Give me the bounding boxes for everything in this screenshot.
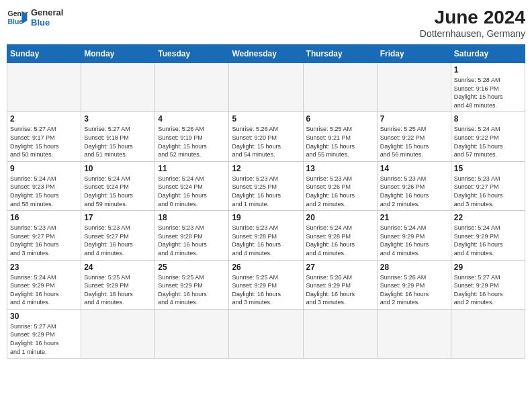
weekday-header-saturday: Saturday: [451, 45, 525, 63]
day-info: Sunrise: 5:23 AM Sunset: 9:28 PM Dayligh…: [158, 224, 226, 257]
weekday-header-thursday: Thursday: [303, 45, 377, 63]
calendar-cell: 28Sunrise: 5:26 AM Sunset: 9:29 PM Dayli…: [377, 260, 451, 309]
day-info: Sunrise: 5:24 AM Sunset: 9:29 PM Dayligh…: [454, 224, 522, 257]
calendar-cell: [303, 309, 377, 358]
calendar-cell: 23Sunrise: 5:24 AM Sunset: 9:29 PM Dayli…: [7, 260, 81, 309]
calendar-cell: 1Sunrise: 5:28 AM Sunset: 9:16 PM Daylig…: [451, 63, 525, 112]
day-number: 29: [454, 263, 522, 272]
calendar-cell: [377, 63, 451, 112]
calendar-cell: 21Sunrise: 5:24 AM Sunset: 9:29 PM Dayli…: [377, 211, 451, 260]
day-number: 24: [84, 263, 152, 272]
logo-icon: General Blue: [7, 7, 28, 28]
calendar-week-row: 1Sunrise: 5:28 AM Sunset: 9:16 PM Daylig…: [7, 63, 525, 112]
weekday-header-tuesday: Tuesday: [155, 45, 229, 63]
calendar-cell: 27Sunrise: 5:26 AM Sunset: 9:29 PM Dayli…: [303, 260, 377, 309]
day-info: Sunrise: 5:25 AM Sunset: 9:21 PM Dayligh…: [306, 125, 374, 158]
calendar-cell: 2Sunrise: 5:27 AM Sunset: 9:17 PM Daylig…: [7, 112, 81, 161]
calendar-cell: 13Sunrise: 5:23 AM Sunset: 9:26 PM Dayli…: [303, 161, 377, 210]
logo-general-text: General: [31, 7, 63, 17]
calendar-cell: 22Sunrise: 5:24 AM Sunset: 9:29 PM Dayli…: [451, 211, 525, 260]
calendar-cell: 7Sunrise: 5:25 AM Sunset: 9:22 PM Daylig…: [377, 112, 451, 161]
calendar-cell: 19Sunrise: 5:23 AM Sunset: 9:28 PM Dayli…: [229, 211, 303, 260]
day-info: Sunrise: 5:24 AM Sunset: 9:22 PM Dayligh…: [454, 125, 522, 158]
calendar-cell: 26Sunrise: 5:25 AM Sunset: 9:29 PM Dayli…: [229, 260, 303, 309]
calendar-cell: 8Sunrise: 5:24 AM Sunset: 9:22 PM Daylig…: [451, 112, 525, 161]
day-number: 28: [380, 263, 448, 272]
day-info: Sunrise: 5:23 AM Sunset: 9:26 PM Dayligh…: [380, 175, 448, 208]
day-info: Sunrise: 5:24 AM Sunset: 9:24 PM Dayligh…: [84, 175, 152, 208]
day-number: 8: [454, 114, 522, 124]
calendar-cell: 4Sunrise: 5:26 AM Sunset: 9:19 PM Daylig…: [155, 112, 229, 161]
day-number: 27: [306, 263, 374, 272]
calendar-cell: [377, 309, 451, 358]
day-number: 23: [10, 263, 78, 272]
day-number: 12: [232, 164, 300, 173]
calendar-week-row: 16Sunrise: 5:23 AM Sunset: 9:27 PM Dayli…: [7, 211, 525, 260]
day-number: 14: [380, 164, 448, 173]
calendar-cell: 29Sunrise: 5:27 AM Sunset: 9:29 PM Dayli…: [451, 260, 525, 309]
day-number: 2: [10, 114, 78, 124]
calendar-cell: 6Sunrise: 5:25 AM Sunset: 9:21 PM Daylig…: [303, 112, 377, 161]
calendar-cell: [155, 63, 229, 112]
day-info: Sunrise: 5:25 AM Sunset: 9:22 PM Dayligh…: [380, 125, 448, 158]
calendar-cell: [229, 63, 303, 112]
day-number: 21: [380, 213, 448, 222]
day-info: Sunrise: 5:25 AM Sunset: 9:29 PM Dayligh…: [232, 273, 300, 307]
calendar-cell: [451, 309, 525, 358]
calendar-cell: 18Sunrise: 5:23 AM Sunset: 9:28 PM Dayli…: [155, 211, 229, 260]
weekday-header-sunday: Sunday: [7, 45, 81, 63]
day-number: 4: [158, 114, 226, 124]
day-number: 6: [306, 114, 374, 124]
day-info: Sunrise: 5:27 AM Sunset: 9:29 PM Dayligh…: [454, 273, 522, 307]
weekday-header-wednesday: Wednesday: [229, 45, 303, 63]
logo: General Blue General Blue: [7, 7, 63, 28]
day-info: Sunrise: 5:27 AM Sunset: 9:29 PM Dayligh…: [10, 322, 78, 356]
day-info: Sunrise: 5:23 AM Sunset: 9:28 PM Dayligh…: [232, 224, 300, 257]
calendar-cell: 24Sunrise: 5:25 AM Sunset: 9:29 PM Dayli…: [81, 260, 155, 309]
calendar-cell: [81, 63, 155, 112]
calendar-cell: 10Sunrise: 5:24 AM Sunset: 9:24 PM Dayli…: [81, 161, 155, 210]
month-year-title: June 2024: [420, 7, 525, 28]
day-info: Sunrise: 5:26 AM Sunset: 9:20 PM Dayligh…: [232, 125, 300, 158]
calendar-cell: [303, 63, 377, 112]
day-info: Sunrise: 5:26 AM Sunset: 9:19 PM Dayligh…: [158, 125, 226, 158]
day-info: Sunrise: 5:23 AM Sunset: 9:27 PM Dayligh…: [84, 224, 152, 257]
day-number: 30: [10, 312, 78, 321]
calendar-table: SundayMondayTuesdayWednesdayThursdayFrid…: [7, 44, 525, 359]
day-info: Sunrise: 5:25 AM Sunset: 9:29 PM Dayligh…: [158, 273, 226, 307]
calendar-cell: 30Sunrise: 5:27 AM Sunset: 9:29 PM Dayli…: [7, 309, 81, 358]
day-info: Sunrise: 5:24 AM Sunset: 9:24 PM Dayligh…: [158, 175, 226, 208]
calendar-cell: [81, 309, 155, 358]
day-number: 3: [84, 114, 152, 124]
day-number: 16: [10, 213, 78, 222]
day-number: 10: [84, 164, 152, 173]
calendar-cell: 20Sunrise: 5:24 AM Sunset: 9:28 PM Dayli…: [303, 211, 377, 260]
calendar-cell: [155, 309, 229, 358]
day-number: 25: [158, 263, 226, 272]
day-number: 17: [84, 213, 152, 222]
calendar-cell: 14Sunrise: 5:23 AM Sunset: 9:26 PM Dayli…: [377, 161, 451, 210]
weekday-header-monday: Monday: [81, 45, 155, 63]
calendar-week-row: 2Sunrise: 5:27 AM Sunset: 9:17 PM Daylig…: [7, 112, 525, 161]
day-info: Sunrise: 5:23 AM Sunset: 9:27 PM Dayligh…: [10, 224, 78, 257]
calendar-cell: [7, 63, 81, 112]
day-info: Sunrise: 5:24 AM Sunset: 9:23 PM Dayligh…: [10, 175, 78, 208]
calendar-cell: 11Sunrise: 5:24 AM Sunset: 9:24 PM Dayli…: [155, 161, 229, 210]
day-number: 18: [158, 213, 226, 222]
day-number: 11: [158, 164, 226, 173]
day-info: Sunrise: 5:27 AM Sunset: 9:17 PM Dayligh…: [10, 125, 78, 158]
svg-text:Blue: Blue: [8, 18, 24, 26]
calendar-cell: 9Sunrise: 5:24 AM Sunset: 9:23 PM Daylig…: [7, 161, 81, 210]
day-number: 20: [306, 213, 374, 222]
day-info: Sunrise: 5:26 AM Sunset: 9:29 PM Dayligh…: [380, 273, 448, 307]
title-area: June 2024 Dotternhausen, Germany: [420, 7, 525, 39]
day-info: Sunrise: 5:23 AM Sunset: 9:25 PM Dayligh…: [232, 175, 300, 208]
day-info: Sunrise: 5:23 AM Sunset: 9:27 PM Dayligh…: [454, 175, 522, 208]
day-info: Sunrise: 5:28 AM Sunset: 9:16 PM Dayligh…: [454, 76, 522, 109]
calendar-cell: 3Sunrise: 5:27 AM Sunset: 9:18 PM Daylig…: [81, 112, 155, 161]
day-info: Sunrise: 5:26 AM Sunset: 9:29 PM Dayligh…: [306, 273, 374, 307]
calendar-cell: 25Sunrise: 5:25 AM Sunset: 9:29 PM Dayli…: [155, 260, 229, 309]
day-number: 26: [232, 263, 300, 272]
day-info: Sunrise: 5:27 AM Sunset: 9:18 PM Dayligh…: [84, 125, 152, 158]
day-info: Sunrise: 5:23 AM Sunset: 9:26 PM Dayligh…: [306, 175, 374, 208]
